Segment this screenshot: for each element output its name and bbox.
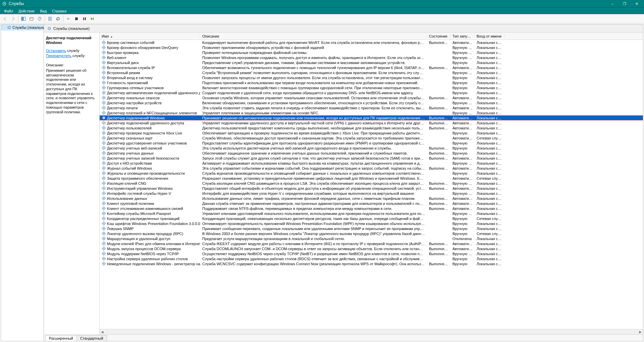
service-row[interactable]: Диспетчер удостоверения сетевых участник… — [100, 140, 643, 146]
detail-desc-text: Принимает решения об автоматическом подк… — [46, 68, 97, 115]
service-row[interactable]: Группировка сетевых участниковВключает м… — [100, 85, 643, 90]
service-row[interactable]: Готовность приложенийПодготовка приложен… — [100, 80, 643, 85]
service-name: Диспетчер платежей и NFC/защищенных элем… — [100, 111, 200, 115]
start-button[interactable] — [65, 15, 72, 22]
service-row[interactable]: Встроенный режимСлужба "Встроенный режим… — [100, 70, 643, 75]
maximize-button[interactable]: ❐ — [619, 0, 631, 7]
service-row[interactable]: Виртуальный дискПредоставление служб упр… — [100, 60, 643, 65]
service-row[interactable]: Контейнер службы Microsoft PassportУправ… — [100, 211, 643, 216]
svg-point-161 — [103, 163, 104, 164]
service-row[interactable]: Диспетчер учетных данныхОбеспечивает защ… — [100, 151, 643, 156]
scroll-right-icon[interactable]: ► — [638, 329, 643, 335]
service-name: Клиент отслеживания изменившихся связей — [100, 206, 200, 211]
service-row[interactable]: Диспетчер печатиЭта служба позволяет ста… — [100, 105, 643, 110]
service-row[interactable]: Немедленные подключения Windows - регист… — [100, 261, 643, 266]
service-gear-icon — [102, 60, 106, 65]
service-row[interactable]: Брокер фонового обнаружения DevQueryПозв… — [100, 45, 643, 50]
service-row[interactable]: Диспетчер автоматических подключений уда… — [100, 90, 643, 95]
horizontal-scrollbar[interactable]: ◄ ► — [100, 329, 643, 334]
tab-standard[interactable]: Стандартный — [76, 335, 107, 341]
column-startup[interactable]: Тип запуска — [450, 34, 475, 38]
svg-point-71 — [103, 87, 104, 88]
restart-button[interactable] — [89, 15, 96, 22]
show-hide-tree-button[interactable] — [20, 15, 27, 22]
service-startup: Автоматиче... — [450, 41, 475, 45]
menu-help[interactable]: Справка — [49, 8, 69, 14]
refresh-button[interactable] — [54, 15, 62, 22]
service-row[interactable]: Ловушка SNMPПринимает сообщения перехват… — [100, 226, 643, 231]
service-row[interactable]: Модули ключей IPsec для обмена ключами в… — [100, 241, 643, 246]
forward-button[interactable] — [9, 15, 17, 22]
restart-service-link[interactable]: Перезапустить — [46, 54, 71, 58]
service-logon: Сетевая служба — [475, 136, 505, 140]
service-row[interactable]: Вторичный вход в системуПозволяет запуск… — [100, 75, 643, 80]
service-logon: Локальная сис... — [475, 66, 505, 70]
service-row[interactable]: Диспетчер учетных веб-записейЭта служба … — [100, 146, 643, 151]
service-state: Выполняется — [427, 66, 450, 70]
pause-button[interactable] — [81, 15, 88, 22]
service-row[interactable]: Интерфейс гостевой службы Hyper-VИнтерфе… — [100, 191, 643, 196]
service-row[interactable]: Диспетчер скачанных картСлужба Windows, … — [100, 135, 643, 140]
tree-root-services[interactable]: Службы (локальные) — [1, 24, 44, 31]
service-row[interactable]: Модуль запуска процессов DCOM-сервераСлу… — [100, 246, 643, 251]
service-row[interactable]: Локатор удаленного вызова процедур (RPC)… — [100, 231, 643, 236]
column-logon[interactable]: Вход от имени — [475, 34, 505, 38]
service-logon: Локальная слу... — [475, 252, 505, 256]
service-row[interactable]: Клиент отслеживания изменившихся связейП… — [100, 206, 643, 211]
service-row[interactable]: Использование данныхИспользование данных… — [100, 196, 643, 201]
service-row[interactable]: Инструментарий управления WindowsПредост… — [100, 186, 643, 191]
column-state[interactable]: Состояние — [427, 34, 450, 38]
service-row[interactable]: Журнал событий WindowsЭта служба управля… — [100, 166, 643, 171]
column-name[interactable]: Имя▲ — [100, 34, 200, 38]
service-row[interactable]: Диспетчер подключений удаленного доступа… — [100, 120, 643, 125]
properties-button[interactable] — [46, 15, 54, 22]
service-row[interactable]: Изоляция ключей CNGСлужба изоляции ключе… — [100, 181, 643, 186]
service-gear-icon — [102, 181, 106, 185]
help-button[interactable]: ? — [36, 15, 43, 22]
service-description: Данная служба отвечает за применение пар… — [200, 202, 427, 206]
service-description: Позволяет Windows-программам создавать, … — [200, 56, 427, 60]
service-name: Доступ к HID-устройствам — [100, 161, 200, 165]
back-button[interactable] — [1, 15, 9, 22]
service-row[interactable]: Диспетчер проверки подлинности Xbox Live… — [100, 130, 643, 135]
service-row[interactable]: Журналы и оповещения производительностиС… — [100, 171, 643, 176]
service-row[interactable]: Диспетчер локальных сеансовОсновная служ… — [100, 95, 643, 100]
service-row[interactable]: Кэш шрифтов Windows Presentation Foundat… — [100, 221, 643, 226]
service-row[interactable]: Диспетчер пользователейДиспетчер пользов… — [100, 125, 643, 130]
service-row[interactable]: Брокер системных событийКоординирует вып… — [100, 40, 643, 45]
service-startup: Вручную — [450, 232, 475, 236]
scroll-left-icon[interactable]: ◄ — [100, 329, 105, 335]
service-startup: Автоматиче... — [450, 186, 475, 190]
row-container[interactable]: Брокер системных событийКоординирует вып… — [100, 40, 643, 329]
column-description[interactable]: Описание — [200, 34, 427, 38]
menu-file[interactable]: Файл — [1, 8, 16, 14]
stop-button[interactable] — [73, 15, 80, 22]
service-row[interactable]: Настройка сервера удаленных рабочих стол… — [100, 256, 643, 261]
service-startup: Автоматиче... — [450, 116, 475, 120]
export-button[interactable] — [28, 15, 35, 22]
stop-service-link[interactable]: Остановить — [46, 49, 66, 53]
service-name: Клиент групповой политики — [100, 201, 200, 206]
service-startup: Автоматиче... — [450, 136, 475, 140]
service-row[interactable]: Диспетчер настройки устройствВключение о… — [100, 100, 643, 105]
service-row[interactable]: Диспетчер подключений WindowsПринимает р… — [100, 115, 643, 120]
service-row[interactable]: Диспетчер учетных записей безопасностиЗа… — [100, 156, 643, 161]
service-row[interactable]: Защита программного обеспеченияРазрешает… — [100, 176, 643, 181]
service-row[interactable]: Координатор распределенных транзакцийКоо… — [100, 216, 643, 221]
service-description: Координирует выполнение фоновой работы д… — [200, 41, 427, 45]
service-row[interactable]: Доступ к HID-устройствамАктивирует и под… — [100, 161, 643, 166]
menu-action[interactable]: Действие — [16, 8, 37, 14]
service-row[interactable]: Клиент групповой политикиДанная служба о… — [100, 201, 643, 206]
service-row[interactable]: Быстрая проверкаПроверяет потенциальные … — [100, 50, 643, 55]
minimize-button[interactable]: – — [606, 0, 619, 7]
tab-extended[interactable]: Расширенный — [45, 335, 77, 341]
close-button[interactable]: ✕ — [631, 0, 643, 7]
service-row[interactable]: Модуль поддержки NetBIOS через TCP/IPОсу… — [100, 251, 643, 256]
service-row[interactable]: Диспетчер платежей и NFC/защищенных элем… — [100, 110, 643, 115]
menu-view[interactable]: Вид — [37, 8, 49, 14]
service-row[interactable]: Вспомогательная служба IPОбеспечивает во… — [100, 65, 643, 70]
services-list: Имя▲ Описание Состояние Тип запуска Вход… — [100, 33, 643, 334]
service-row[interactable]: Маршрутизация и удаленный доступПредлага… — [100, 236, 643, 241]
scope-tree: Службы (локальные) — [1, 24, 44, 341]
service-row[interactable]: Веб-клиентПозволяет Windows-программам с… — [100, 55, 643, 60]
